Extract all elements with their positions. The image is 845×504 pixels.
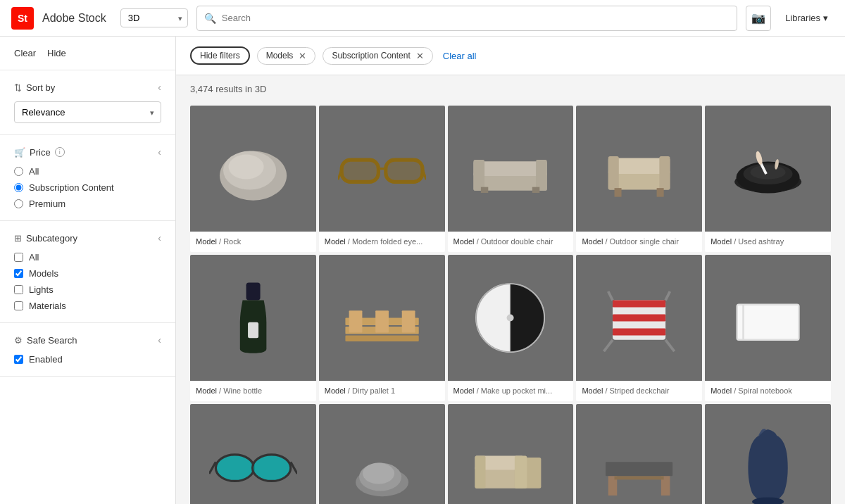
svg-line-46 <box>665 339 675 351</box>
libraries-label: Libraries <box>785 13 820 23</box>
svg-rect-9 <box>385 160 422 182</box>
svg-rect-43 <box>613 314 665 321</box>
sort-section: ⇅ Sort by ‹ Relevance Newest Oldest <box>0 70 175 135</box>
safe-search-title: ⚙ Safe Search <box>14 335 77 346</box>
grid-item-deckchair[interactable]: Model / Striped deckchair <box>576 255 702 401</box>
search-type-wrapper[interactable]: 3D Images Videos Templates <box>120 8 188 27</box>
svg-rect-30 <box>248 322 258 338</box>
filter-subscription-remove-icon[interactable]: ✕ <box>416 51 424 61</box>
model-type-mirror: Model <box>453 386 475 395</box>
svg-point-52 <box>215 455 254 481</box>
subcategory-materials[interactable]: Materials <box>14 301 161 311</box>
sort-header[interactable]: ⇅ Sort by ‹ <box>14 82 161 93</box>
model-type-single-chair: Model <box>582 237 603 246</box>
grid-item-vase[interactable]: Model / Vase <box>705 404 831 504</box>
filter-models-remove-icon[interactable]: ✕ <box>299 51 306 61</box>
grid-item-mirror[interactable]: Model / Make up pocket mi... <box>448 255 574 401</box>
model-name-single-chair: / Outdoor single chair <box>605 237 679 246</box>
price-radio-subscription[interactable] <box>14 183 23 192</box>
grid-img-notebook <box>705 255 831 381</box>
subcategory-all[interactable]: All <box>14 252 161 263</box>
safe-search-checkbox[interactable] <box>14 355 23 364</box>
grid-item-double-sofa[interactable]: Model / Outdoor double chair <box>448 106 574 252</box>
grid-item-corner-sofa[interactable]: Model / Corner sofa <box>448 404 574 504</box>
subcategory-models[interactable]: Models <box>14 268 161 279</box>
grid-label-double-sofa: Model / Outdoor double chair <box>448 232 574 252</box>
sort-title: ⇅ Sort by <box>14 82 55 93</box>
search-input[interactable] <box>222 13 730 23</box>
grid-item-notebook[interactable]: Model / Spiral notebook <box>705 255 831 401</box>
safe-search-enabled-label: Enabled <box>29 354 63 365</box>
model-name-pallet: / Dirty pallet 1 <box>348 386 395 395</box>
grid-item-pallet[interactable]: Model / Dirty pallet 1 <box>319 255 445 401</box>
svg-rect-65 <box>606 462 672 477</box>
price-info-icon[interactable]: i <box>55 147 65 157</box>
hide-filters-button[interactable]: Hide filters <box>190 46 250 65</box>
subcategory-title: ⊞ Subcategory <box>14 233 77 244</box>
safe-search-collapse-icon[interactable]: ‹ <box>158 334 161 346</box>
results-info: 3,474 results in 3D <box>176 75 845 103</box>
sort-select[interactable]: Relevance Newest Oldest <box>14 101 161 123</box>
camera-search-button[interactable]: 📷 <box>746 6 771 31</box>
svg-rect-29 <box>246 282 260 300</box>
search-type-select[interactable]: 3D Images Videos Templates <box>120 8 188 27</box>
header: St Adobe Stock 3D Images Videos Template… <box>0 0 845 37</box>
price-option-all[interactable]: All <box>14 166 161 177</box>
price-option-subscription[interactable]: Subscription Content <box>14 182 161 193</box>
model-type-pallet: Model <box>325 386 346 395</box>
subcat-checkbox-materials[interactable] <box>14 301 23 310</box>
chevron-down-icon: ▾ <box>823 13 828 23</box>
filter-tag-models[interactable]: Models ✕ <box>257 47 316 65</box>
price-radio-premium[interactable] <box>14 199 23 208</box>
libraries-button[interactable]: Libraries ▾ <box>780 13 834 23</box>
svg-rect-20 <box>615 188 622 197</box>
subcategory-label: Subcategory <box>26 233 77 244</box>
subcat-checkbox-all[interactable] <box>14 253 23 262</box>
ashtray-svg <box>724 125 812 213</box>
vase-svg <box>724 422 812 504</box>
hide-button[interactable]: Hide <box>47 48 66 58</box>
grid-item-sunglasses[interactable]: Model / Sunglasses <box>190 404 316 504</box>
safe-search-enabled[interactable]: Enabled <box>14 354 161 365</box>
filter-tag-subscription[interactable]: Subscription Content ✕ <box>323 47 432 65</box>
mirror-svg <box>466 274 554 362</box>
subcategory-header[interactable]: ⊞ Subcategory ‹ <box>14 232 161 244</box>
svg-rect-13 <box>536 160 547 191</box>
grid-item-table[interactable]: Model / Coffee table <box>576 404 702 504</box>
grid-img-bottle <box>190 255 316 381</box>
grid-img-single-chair <box>576 106 702 232</box>
sort-collapse-icon[interactable]: ‹ <box>158 82 161 93</box>
grid-label-ashtray: Model / Used ashtray <box>705 232 831 252</box>
price-radio-all[interactable] <box>14 167 23 176</box>
subcat-checkbox-lights[interactable] <box>14 285 23 294</box>
model-name-double-sofa: / Outdoor double chair <box>477 237 553 246</box>
subcat-checkbox-models[interactable] <box>14 269 23 278</box>
safe-search-header[interactable]: ⚙ Safe Search ‹ <box>14 334 161 346</box>
sunglasses-svg <box>209 422 297 504</box>
grid-item-glasses[interactable]: Model / Modern folded eye... <box>319 106 445 252</box>
svg-rect-63 <box>515 456 527 489</box>
model-type-double-sofa: Model <box>453 237 475 246</box>
results-grid: Model / Rock <box>176 103 845 504</box>
grid-item-rock[interactable]: Model / Rock <box>190 106 316 252</box>
svg-rect-42 <box>613 300 665 307</box>
search-icon: 🔍 <box>204 13 216 24</box>
subcategory-collapse-icon[interactable]: ‹ <box>158 232 161 244</box>
price-collapse-icon[interactable]: ‹ <box>158 146 161 158</box>
subcat-lights-label: Lights <box>29 284 54 295</box>
model-name-notebook: / Spiral notebook <box>734 386 792 395</box>
grid-item-bottle[interactable]: Model / Wine bottle <box>190 255 316 401</box>
grid-item-small-rock[interactable]: Model / Small rock <box>319 404 445 504</box>
safe-search-label: Safe Search <box>27 335 77 346</box>
price-option-premium[interactable]: Premium <box>14 199 161 209</box>
svg-rect-8 <box>342 160 378 182</box>
price-title: 🛒 Price i <box>14 147 65 158</box>
clear-button[interactable]: Clear <box>14 48 36 58</box>
clear-all-button[interactable]: Clear all <box>440 48 480 64</box>
subcategory-lights[interactable]: Lights <box>14 284 161 295</box>
grid-label-deckchair: Model / Striped deckchair <box>576 381 702 401</box>
corner-sofa-svg <box>466 422 554 504</box>
grid-item-single-chair[interactable]: Model / Outdoor single chair <box>576 106 702 252</box>
price-header[interactable]: 🛒 Price i ‹ <box>14 146 161 158</box>
grid-item-ashtray[interactable]: Model / Used ashtray <box>705 106 831 252</box>
